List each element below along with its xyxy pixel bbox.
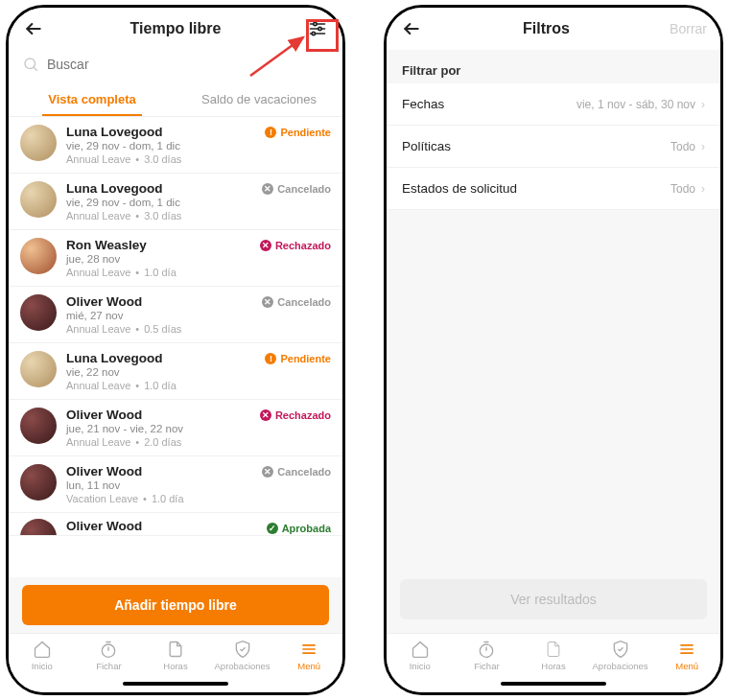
- filter-policies[interactable]: Políticas Todo ›: [387, 126, 720, 168]
- status-cancelled-icon: ✕: [262, 296, 273, 308]
- back-button[interactable]: [400, 17, 423, 40]
- bottom-nav: Inicio Fichar Horas Aprobaciones Menú: [9, 633, 342, 675]
- empty-space: [387, 210, 720, 572]
- nav-home[interactable]: Inicio: [387, 640, 454, 671]
- status-rejected-icon: ✕: [260, 409, 271, 421]
- filter-value: Todo ›: [670, 140, 705, 153]
- avatar: [20, 464, 57, 501]
- status-badge: ✕Rechazado: [260, 240, 331, 251]
- nav-approvals[interactable]: Aprobaciones: [209, 640, 276, 671]
- nav-home[interactable]: Inicio: [9, 640, 76, 671]
- chevron-right-icon: ›: [701, 182, 705, 196]
- home-indicator: [387, 675, 720, 692]
- shield-icon: [233, 640, 252, 659]
- shield-icon: [611, 640, 630, 659]
- filter-dates[interactable]: Fechas vie, 1 nov - sáb, 30 nov ›: [387, 83, 720, 126]
- stopwatch-icon: [477, 640, 496, 659]
- home-indicator: [9, 675, 342, 692]
- chevron-right-icon: ›: [701, 98, 705, 111]
- list-item[interactable]: Oliver Wood ✓Aprobada: [9, 513, 342, 536]
- request-dates: vie, 29 nov - dom, 1 dic: [66, 197, 331, 208]
- avatar: [20, 294, 57, 331]
- status-pending-icon: !: [265, 127, 276, 138]
- stopwatch-icon: [99, 640, 118, 659]
- nav-hours[interactable]: Horas: [520, 640, 587, 671]
- avatar: [20, 519, 57, 536]
- status-pending-icon: !: [265, 353, 276, 364]
- request-meta: Annual Leave•1.0 día: [66, 380, 331, 391]
- svg-point-2: [314, 22, 317, 25]
- filter-value: Todo ›: [670, 182, 705, 196]
- nav-clock-in[interactable]: Fichar: [76, 640, 143, 671]
- avatar: [20, 181, 57, 218]
- list-item[interactable]: Oliver Wood lun, 11 nov Vacation Leave•1…: [9, 456, 342, 513]
- search-icon: [22, 56, 39, 73]
- clear-button[interactable]: Borrar: [670, 21, 707, 36]
- request-dates: jue, 28 nov: [66, 253, 331, 265]
- add-time-off-button[interactable]: Añadir tiempo libre: [22, 585, 329, 625]
- status-cancelled-icon: ✕: [262, 183, 273, 195]
- status-rejected-icon: ✕: [260, 240, 271, 251]
- list-item[interactable]: Oliver Wood jue, 21 nov - vie, 22 nov An…: [9, 400, 342, 456]
- request-dates: vie, 29 nov - dom, 1 dic: [66, 140, 331, 152]
- filter-label: Fechas: [402, 97, 444, 111]
- status-badge: !Pendiente: [265, 127, 331, 138]
- page-title: Filtros: [423, 20, 670, 37]
- chevron-right-icon: ›: [701, 140, 705, 153]
- page-title: Tiempo libre: [45, 20, 306, 37]
- request-dates: vie, 22 nov: [66, 366, 331, 378]
- request-list[interactable]: Luna Lovegood vie, 29 nov - dom, 1 dic A…: [9, 117, 342, 577]
- list-item[interactable]: Luna Lovegood vie, 29 nov - dom, 1 dic A…: [9, 117, 342, 174]
- nav-menu[interactable]: Menú: [275, 640, 342, 671]
- status-badge: ✕Cancelado: [262, 296, 331, 308]
- svg-point-7: [25, 58, 35, 69]
- list-item[interactable]: Luna Lovegood vie, 22 nov Annual Leave•1…: [9, 343, 342, 400]
- tab-full-view[interactable]: Vista completa: [9, 82, 176, 116]
- file-icon: [544, 640, 563, 659]
- search-input[interactable]: [47, 57, 329, 72]
- status-badge: ✓Aprobada: [267, 523, 331, 534]
- svg-line-8: [34, 67, 37, 71]
- status-cancelled-icon: ✕: [262, 466, 273, 478]
- view-results-button[interactable]: Ver resultados: [400, 579, 707, 619]
- nav-hours[interactable]: Horas: [142, 640, 209, 671]
- filter-value: vie, 1 nov - sáb, 30 nov ›: [576, 98, 705, 111]
- header: Tiempo libre: [9, 8, 342, 50]
- nav-menu[interactable]: Menú: [653, 640, 720, 671]
- menu-icon: [299, 640, 318, 659]
- home-icon: [33, 640, 52, 659]
- nav-approvals[interactable]: Aprobaciones: [587, 640, 654, 671]
- status-badge: ✕Cancelado: [262, 183, 331, 195]
- svg-point-4: [318, 27, 321, 30]
- arrow-left-icon: [24, 19, 43, 38]
- avatar: [20, 238, 57, 274]
- avatar: [20, 351, 57, 387]
- tab-vacation-balance[interactable]: Saldo de vacaciones: [176, 82, 342, 116]
- filter-section-title: Filtrar por: [387, 50, 720, 83]
- back-button[interactable]: [22, 17, 45, 40]
- list-item[interactable]: Oliver Wood mié, 27 nov Annual Leave•0.5…: [9, 287, 342, 343]
- request-dates: mié, 27 nov: [66, 310, 331, 321]
- home-icon: [411, 640, 430, 659]
- filter-label: Estados de solicitud: [402, 181, 517, 196]
- filter-status[interactable]: Estados de solicitud Todo ›: [387, 168, 720, 210]
- filter-label: Políticas: [402, 139, 451, 153]
- nav-clock-in[interactable]: Fichar: [454, 640, 521, 671]
- request-meta: Annual Leave•2.0 días: [66, 436, 331, 448]
- filter-button[interactable]: [306, 17, 329, 40]
- status-badge: ✕Cancelado: [262, 466, 331, 478]
- list-item[interactable]: Luna Lovegood vie, 29 nov - dom, 1 dic A…: [9, 174, 342, 230]
- tabs: Vista completa Saldo de vacaciones: [9, 82, 342, 117]
- arrow-left-icon: [402, 19, 421, 38]
- status-badge: ✕Rechazado: [260, 409, 331, 421]
- menu-icon: [677, 640, 696, 659]
- status-badge: !Pendiente: [265, 353, 331, 364]
- phone-time-off: Tiempo libre Vista completa Saldo de vac…: [6, 5, 345, 695]
- list-item[interactable]: Ron Weasley jue, 28 nov Annual Leave•1.0…: [9, 230, 342, 287]
- search-bar[interactable]: [9, 50, 342, 82]
- request-meta: Annual Leave•1.0 día: [66, 267, 331, 278]
- request-meta: Annual Leave•3.0 días: [66, 153, 331, 165]
- file-icon: [166, 640, 185, 659]
- status-approved-icon: ✓: [267, 523, 278, 534]
- request-dates: lun, 11 nov: [66, 479, 331, 491]
